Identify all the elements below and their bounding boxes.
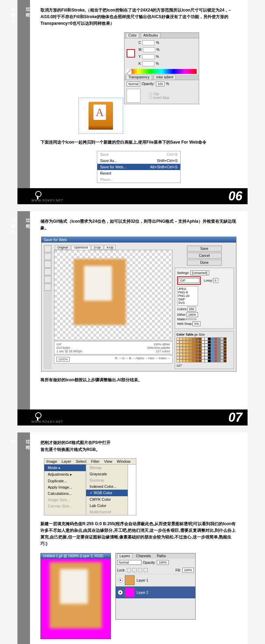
page-08: 过程 PS 把刚才做好的Gif格式图片在PS中打开 首先逐个转换图片格式为RGB… [17, 432, 248, 644]
slice-vis-tool[interactable] [44, 284, 51, 291]
menu-item-saveas[interactable]: Save As...Shift+Ctrl+S [97, 158, 180, 164]
lock-pixels[interactable] [132, 568, 137, 572]
slice-tool[interactable] [44, 253, 51, 260]
save-button[interactable]: Save [187, 246, 222, 252]
menu-item[interactable]: ✓ RGB Color [86, 490, 128, 496]
tool-palette [44, 245, 52, 369]
tab-original[interactable]: Original [55, 245, 70, 250]
page-number: 07 [228, 410, 242, 425]
layer-thumb [125, 588, 135, 597]
sidebar-label: 过程 [0, 217, 1, 423]
menu-item[interactable]: Image Size... [44, 497, 86, 503]
eyedropper-tool[interactable] [44, 268, 51, 275]
sidebar: 过程 PS [17, 432, 30, 644]
menu-select[interactable]: Select [76, 459, 86, 463]
menu-item[interactable]: Mode ▸ [44, 465, 86, 471]
menu-view[interactable]: View [104, 459, 112, 463]
color-panel: Color Attributes C% M% Y% K% Transparenc… [124, 32, 199, 104]
sidebar: 过程 AI 输出 过程 AI 输出 [17, 0, 30, 204]
menu-item[interactable]: Duplicate... [44, 478, 86, 484]
hand-tool[interactable] [44, 245, 51, 252]
opacity-input[interactable]: 100% [157, 560, 168, 565]
menu-item-saveforweb[interactable]: Save for Web...Alt+Shift+Ctrl+S [97, 164, 180, 170]
tab-color[interactable]: Color [126, 33, 139, 38]
opacity-input[interactable]: 100 [156, 82, 165, 86]
fill-swatch[interactable] [127, 49, 135, 58]
tab-paths[interactable]: Paths [155, 554, 168, 558]
tab-optimized[interactable]: Optimized [71, 245, 91, 250]
selection-box [78, 98, 123, 134]
format-select[interactable]: GIF [179, 278, 199, 283]
menu-item[interactable]: Calculations... [44, 490, 86, 497]
menu-item[interactable]: Adjustments ▸ [44, 471, 86, 478]
lock-transparency[interactable] [127, 568, 131, 572]
sidebar-label: 过程 [26, 439, 30, 644]
menu-item-save[interactable]: SaveCtrl+S [97, 151, 180, 158]
fill-input[interactable]: 100% [182, 568, 194, 573]
tab-4up[interactable]: 4-Up [104, 245, 116, 250]
menu-item[interactable]: Bitmap [86, 465, 128, 471]
menu-item-place[interactable]: Place... [97, 176, 180, 183]
menu-item[interactable]: Apply Image... [44, 484, 86, 490]
page-footer: WWW.ROKEY.NET 06 [17, 188, 248, 204]
cancel-button[interactable]: Cancel [187, 253, 222, 259]
canvas [41, 559, 111, 639]
zoom-select[interactable]: 1600% [56, 357, 70, 362]
sidebar-label: PS [10, 439, 15, 644]
blend-mode-select[interactable]: Normal [127, 82, 140, 86]
menu-item[interactable]: CMYK Color [86, 496, 128, 503]
menu-item[interactable]: Multichannel [86, 509, 128, 515]
sidebar-label: 过程 [0, 6, 1, 201]
menu-image[interactable]: Image [46, 459, 57, 463]
tab-2up[interactable]: 2-Up [91, 245, 103, 250]
eye-icon[interactable] [118, 590, 123, 595]
eye-icon[interactable] [118, 578, 123, 583]
tab-channels[interactable]: Channels [134, 554, 153, 558]
layers-panel: Layers Channels Paths Normal Opacity: 10… [115, 553, 196, 620]
paragraph: 储存为Gif格式（Icon需求为24位色，如可以支持32位，则导出PNG格式 –… [40, 218, 237, 231]
menu-item[interactable]: Duotone [86, 477, 128, 483]
layer-row[interactable]: Layer 1 [116, 574, 195, 586]
menu-item[interactable]: Grayscale [86, 471, 128, 477]
sidebar-label: 过程 [26, 6, 30, 201]
book-icon [89, 102, 113, 130]
spectrum[interactable] [127, 69, 197, 74]
lock-all[interactable] [144, 568, 148, 572]
color-swatch[interactable] [44, 276, 51, 283]
page-number: 06 [228, 189, 242, 204]
menu-item[interactable]: Lab Color [86, 503, 128, 509]
sidebar-label: 过程 [26, 217, 30, 423]
tab-attributes[interactable]: Attributes [141, 33, 160, 38]
menu-item-revert[interactable]: Revert [97, 170, 180, 176]
blend-mode-select[interactable]: Normal [117, 560, 142, 565]
zoom-tool[interactable] [44, 261, 51, 268]
file-menu: SaveCtrl+S Save As...Shift+Ctrl+S Save f… [97, 151, 181, 183]
layer-name: Layer 1 [137, 578, 148, 582]
layer-name: Layer 2 [137, 591, 148, 595]
menu-window[interactable]: Window [117, 459, 130, 463]
paragraph: 新建一层填充掩码色值R:255 G:0 B:255(程序会自动屏蔽此色,从而使背… [40, 521, 237, 547]
dialog-title: Save for Web [41, 237, 236, 243]
color-table-panel: Color Table ge Size 127 [175, 331, 234, 369]
color-table-grid[interactable] [176, 337, 232, 362]
paragraph: 取消方形的Fill和Stroke,（相当于把Icon控制在了这个24X24的方形… [40, 7, 237, 27]
menu-item[interactable]: Indexed Color... [86, 483, 128, 490]
ps-image-menu: Image Layer Select Filter View Window Mo… [44, 458, 136, 515]
window-title: Untitled-1.gif @ 1600% (Layer 2, RGB) [41, 553, 111, 559]
done-button[interactable]: Done [187, 260, 222, 266]
page-06: 过程 AI 输出 过程 AI 输出 取消方形的Fill和Stroke,（相当于把… [17, 0, 248, 204]
sidebar-label: AI 输出 [11, 6, 15, 201]
site-logo: WWW.ROKEY.NET [31, 199, 63, 202]
tab-transparency[interactable]: Transparency [126, 75, 152, 79]
tab-layers[interactable]: Layers [117, 553, 132, 558]
preview-canvas [54, 250, 173, 340]
tab-gradient[interactable]: roke adient [154, 75, 176, 79]
menu-layer[interactable]: Layer [62, 459, 71, 463]
lock-position[interactable] [138, 568, 142, 572]
layer-row[interactable]: Layer 2 [116, 586, 195, 598]
menu-item[interactable]: Canvas Size... [44, 503, 86, 509]
pixelated-icon [50, 562, 102, 628]
menu-filter[interactable]: Filter [91, 459, 99, 463]
paragraph: 下面连同这个Icon一起拷贝到一个新建的空白画板上,使用File菜单下的Save… [40, 139, 237, 146]
paragraph: 将所有做好的Icon都按以上步骤调整输出.AI部分结束。 [40, 377, 237, 383]
